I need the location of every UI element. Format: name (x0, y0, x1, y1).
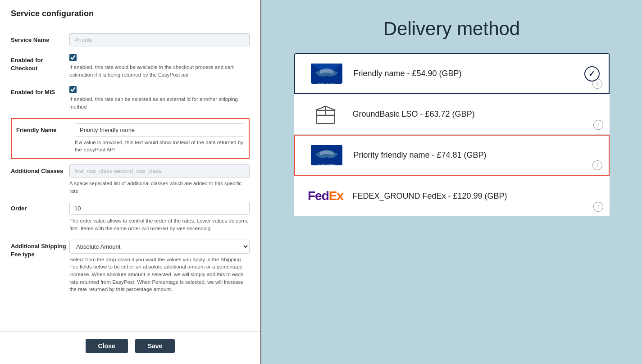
fedex-text-logo: FedEx (308, 189, 343, 203)
svg-text:POSTAL SERVICE: POSTAL SERVICE (317, 85, 336, 86)
fedex-logo-4: FedEx (303, 189, 348, 203)
order-control: The order value allows to control the or… (69, 202, 250, 232)
enabled-mis-checkbox[interactable] (69, 86, 77, 93)
friendly-name-hint: If a value is provided, this text would … (75, 139, 244, 154)
shipping-fee-type-row: Additional Shipping Fee type Absolute Am… (11, 240, 250, 293)
service-name-row: Service Name (11, 33, 250, 46)
info-icon-2[interactable]: i (593, 120, 603, 130)
order-hint: The order value allows to control the or… (69, 217, 250, 232)
delivery-list: UNITED STATES POSTAL SERVICE Friendly na… (294, 53, 610, 216)
form-footer: Close Save (0, 331, 260, 364)
enabled-checkout-label: Enabled for Checkout (11, 54, 69, 73)
delivery-item-2[interactable]: GroundBasic LSO - £63.72 (GBP) i (294, 94, 610, 135)
enabled-checkout-hint: If enabled, this rate would be available… (69, 64, 250, 78)
enabled-mis-checkbox-row (69, 86, 250, 93)
usps-logo-1: UNITED STATES POSTAL SERVICE (304, 61, 349, 86)
fedex-ex-text: Ex (329, 189, 343, 203)
delivery-title: Delivery method (383, 18, 520, 40)
close-button[interactable]: Close (86, 339, 128, 353)
order-label: Order (11, 202, 69, 213)
enabled-checkout-control: If enabled, this rate would be available… (69, 54, 250, 78)
delivery-item-4[interactable]: FedEx FEDEX_GROUND FedEx - £120.99 (GBP)… (294, 176, 610, 216)
info-icon-1[interactable]: i (592, 79, 602, 89)
shipping-fee-type-select[interactable]: Absolute Amount Percentage (69, 240, 250, 254)
order-input[interactable] (69, 202, 250, 215)
enabled-mis-row: Enabled for MIS If enabled, this rate ca… (11, 86, 250, 110)
shipping-fee-type-control: Absolute Amount Percentage Select from t… (69, 240, 250, 293)
form-area: Service Name Enabled for Checkout If ena… (0, 26, 260, 331)
save-button[interactable]: Save (135, 339, 175, 353)
service-name-input[interactable] (69, 33, 250, 46)
additional-classes-control: A space separated list of additional cla… (69, 164, 250, 195)
additional-classes-input[interactable] (69, 164, 250, 177)
service-name-label: Service Name (11, 33, 69, 44)
usps-logo-3: UNITED STATES POSTAL SERVICE (304, 143, 349, 168)
usps-svg-1: UNITED STATES POSTAL SERVICE (309, 61, 345, 86)
enabled-checkout-row: Enabled for Checkout If enabled, this ra… (11, 54, 250, 78)
enabled-checkout-checkbox-row (69, 54, 250, 61)
order-row: Order The order value allows to control … (11, 202, 250, 232)
info-icon-4[interactable]: i (593, 202, 603, 212)
delivery-item-1[interactable]: UNITED STATES POSTAL SERVICE Friendly na… (294, 53, 610, 94)
box-logo-2 (303, 102, 348, 127)
additional-classes-label: Additional Classes (11, 164, 69, 175)
friendly-name-label: Friendly Name (16, 123, 75, 134)
usps-svg-3: UNITED STATES POSTAL SERVICE (309, 143, 345, 168)
friendly-name-wrapper: Friendly Name If a value is provided, th… (11, 118, 250, 159)
shipping-fee-type-hint: Select from the drop-down if you want th… (69, 256, 250, 293)
delivery-item-3-label: Priority friendly name - £74.81 (GBP) (349, 150, 600, 160)
enabled-mis-label: Enabled for MIS (11, 86, 69, 96)
right-panel: Delivery method UNITED STATES POSTAL SER… (261, 0, 642, 364)
panel-title: Service configuration (0, 0, 260, 26)
enabled-checkout-checkbox[interactable] (69, 54, 77, 61)
friendly-name-row: Friendly Name If a value is provided, th… (16, 123, 244, 154)
delivery-item-1-label: Friendly name - £54.90 (GBP) (349, 69, 580, 78)
box-svg-2 (313, 102, 338, 127)
additional-classes-row: Additional Classes A space separated lis… (11, 164, 250, 195)
fedex-fed-text: Fed (308, 189, 329, 203)
shipping-fee-type-label: Additional Shipping Fee type (11, 240, 69, 259)
info-icon-3[interactable]: i (592, 160, 602, 170)
enabled-mis-control: If enabled, this rate can be selected as… (69, 86, 250, 110)
friendly-name-control: If a value is provided, this text would … (75, 123, 244, 154)
delivery-item-3[interactable]: UNITED STATES POSTAL SERVICE Priority fr… (294, 135, 610, 176)
svg-text:POSTAL SERVICE: POSTAL SERVICE (317, 167, 336, 168)
delivery-item-2-label: GroundBasic LSO - £63.72 (GBP) (348, 109, 601, 119)
enabled-mis-hint: If enabled, this rate can be selected as… (69, 96, 250, 110)
service-name-control (69, 33, 250, 46)
additional-classes-hint: A space separated list of additional cla… (69, 180, 250, 195)
delivery-item-4-label: FEDEX_GROUND FedEx - £120.99 (GBP) (348, 191, 601, 201)
friendly-name-input[interactable] (75, 123, 244, 136)
left-panel: Service configuration Service Name Enabl… (0, 0, 261, 364)
